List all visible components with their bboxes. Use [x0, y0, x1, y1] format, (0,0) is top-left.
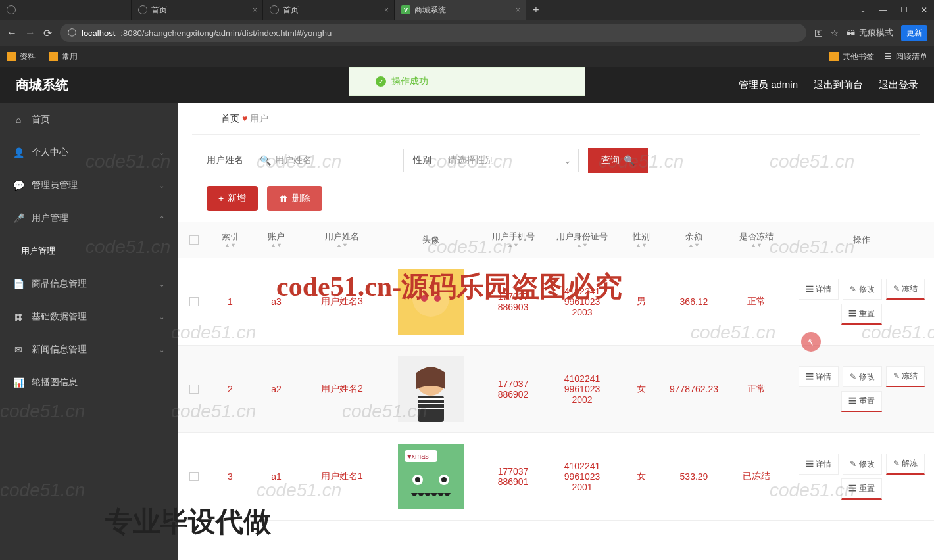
chevron-down-icon: ⌄: [159, 314, 164, 321]
close-icon[interactable]: ×: [516, 5, 520, 14]
gender-label: 性别: [413, 154, 431, 166]
other-bookmarks[interactable]: 其他书签: [829, 51, 874, 62]
watermark-bottom: 专业毕设代做: [105, 503, 271, 540]
cell-phone: 177037886903: [480, 291, 546, 312]
tab-title: 首页: [283, 5, 299, 16]
reset-button[interactable]: ☰ 重置: [841, 478, 881, 500]
sidebar: ⌂ 首页 👤 个人中心 ⌄ 💬 管理员管理 ⌄ 🎤 用户管理 ⌃ 用户管理 📄 …: [0, 103, 178, 560]
app-root: 商城系统 管理员 admin 退出到前台 退出登录 ✓ 操作成功 ⌂ 首页 👤 …: [0, 67, 934, 560]
star-icon[interactable]: ☆: [831, 28, 839, 38]
reading-list[interactable]: ☰ 阅读清单: [885, 51, 927, 62]
address-bar: ← → ⟳ ⓘ localhost:8080/shangchengxitong/…: [0, 20, 934, 46]
chat-icon: 💬: [13, 180, 24, 191]
cell-frozen: 已冻结: [724, 471, 789, 482]
table-row: 2 a2 用户姓名2 177037886902 4102241996102320…: [178, 346, 934, 433]
exit-front-button[interactable]: 退出到前台: [814, 79, 863, 91]
cell-name: 用户姓名3: [303, 296, 381, 308]
cell-ops: ☰ 详情 ✎ 修改 ✎ 冻结 ☰ 重置: [789, 366, 934, 412]
svg-point-12: [415, 477, 420, 482]
table-header: 索引▲▼ 账户▲▼ 用户姓名▲▼ 头像 用户手机号▲▼ 用户身份证号▲▼ 性别▲…: [178, 222, 934, 258]
minimize-icon[interactable]: —: [879, 5, 887, 14]
mail-icon: ✉: [13, 344, 24, 355]
logout-button[interactable]: 退出登录: [879, 79, 918, 91]
forward-button[interactable]: →: [25, 27, 36, 39]
gender-select[interactable]: 请选择性别 ⌄: [441, 149, 579, 172]
bookmark-item[interactable]: 资料: [7, 51, 36, 62]
delete-button[interactable]: 🗑 删除: [267, 186, 322, 211]
update-button[interactable]: 更新: [901, 25, 927, 41]
sidebar-item-personal[interactable]: 👤 个人中心 ⌄: [0, 136, 178, 169]
sidebar-item-user[interactable]: 🎤 用户管理 ⌃: [0, 202, 178, 235]
detail-button[interactable]: ☰ 详情: [799, 366, 839, 387]
user-icon: 👤: [13, 147, 24, 158]
cell-name: 用户姓名2: [303, 383, 381, 395]
cell-id: 410224199610232002: [546, 373, 618, 405]
close-icon[interactable]: ×: [384, 5, 389, 14]
url-input[interactable]: ⓘ localhost:8080/shangchengxitong/admin/…: [60, 24, 806, 42]
table-row: 1 a3 用户姓名3 177037886903 4102241996102320…: [178, 258, 934, 346]
reset-button[interactable]: ☰ 重置: [841, 391, 881, 412]
freeze-button[interactable]: ✎ 解冻: [886, 454, 925, 475]
cell-index: 3: [210, 471, 250, 482]
add-button[interactable]: + 新增: [207, 186, 258, 211]
globe-icon: [7, 5, 16, 14]
window-controls: ⌄ — ☐ ✕: [860, 5, 934, 14]
cell-id: 410224199610232003: [546, 286, 618, 317]
freeze-button[interactable]: ✎ 冻结: [886, 279, 925, 300]
name-input[interactable]: 🔍 用户姓名: [253, 149, 404, 172]
row-checkbox[interactable]: [189, 472, 199, 481]
browser-tab-active[interactable]: V 商城系统 ×: [395, 0, 526, 20]
svg-text:♥xmas: ♥xmas: [407, 452, 429, 460]
trash-icon: 🗑: [279, 193, 288, 204]
heart-icon: ♥: [242, 113, 250, 124]
mic-icon: 🎤: [13, 213, 24, 223]
detail-button[interactable]: ☰ 详情: [799, 279, 839, 300]
cell-avatar: [381, 356, 480, 422]
chevron-down-icon: ⌄: [159, 281, 164, 288]
maximize-icon[interactable]: ☐: [900, 5, 908, 14]
sidebar-item-product[interactable]: 📄 商品信息管理 ⌄: [0, 268, 178, 300]
row-checkbox[interactable]: [189, 385, 199, 394]
breadcrumb: 首页 ♥ 用户: [192, 103, 920, 135]
tab-title: 首页: [151, 5, 167, 16]
cell-index: 1: [210, 296, 250, 307]
chevron-down-icon: ⌄: [159, 182, 164, 189]
check-icon: ✓: [376, 76, 386, 87]
sidebar-item-home[interactable]: ⌂ 首页: [0, 103, 178, 136]
close-icon[interactable]: ×: [253, 5, 257, 14]
tab-title: 商城系统: [414, 5, 446, 16]
globe-icon: [138, 5, 147, 14]
admin-label[interactable]: 管理员 admin: [739, 79, 798, 91]
browser-tab[interactable]: 首页 ×: [132, 0, 263, 20]
chevron-down-icon[interactable]: ⌄: [860, 5, 866, 14]
sidebar-subitem-user[interactable]: 用户管理: [0, 235, 178, 268]
success-toast: ✓ 操作成功: [349, 67, 585, 96]
back-button[interactable]: ←: [7, 27, 17, 39]
sidebar-item-news[interactable]: ✉ 新闻信息管理 ⌄: [0, 333, 178, 366]
browser-tab[interactable]: [0, 0, 132, 20]
cell-balance: 533.29: [664, 471, 724, 482]
sidebar-item-carousel[interactable]: 📊 轮播图信息: [0, 366, 178, 399]
close-window-icon[interactable]: ✕: [921, 5, 927, 14]
row-checkbox[interactable]: [189, 297, 199, 306]
reset-button[interactable]: ☰ 重置: [841, 304, 881, 325]
main-content: 首页 ♥ 用户 用户姓名 🔍 用户姓名 性别 请选择性别 ⌄ 查询 🔍: [178, 103, 934, 560]
breadcrumb-home[interactable]: 首页: [221, 113, 239, 124]
select-all-checkbox[interactable]: [189, 235, 199, 245]
chevron-down-icon: ⌄: [564, 155, 572, 166]
query-button[interactable]: 查询 🔍: [588, 148, 648, 173]
incognito-indicator: 🕶 无痕模式: [847, 27, 893, 39]
browser-tab[interactable]: 首页 ×: [263, 0, 395, 20]
sidebar-item-basic[interactable]: ▦ 基础数据管理 ⌄: [0, 300, 178, 333]
reload-button[interactable]: ⟳: [43, 27, 52, 39]
bookmark-item[interactable]: 常用: [49, 51, 78, 62]
search-icon: 🔍: [260, 155, 271, 166]
edit-button[interactable]: ✎ 修改: [843, 366, 881, 387]
key-icon[interactable]: ⚿: [814, 28, 823, 38]
edit-button[interactable]: ✎ 修改: [843, 454, 881, 475]
detail-button[interactable]: ☰ 详情: [799, 454, 839, 475]
edit-button[interactable]: ✎ 修改: [843, 279, 881, 300]
freeze-button[interactable]: ✎ 冻结: [886, 366, 925, 387]
new-tab-button[interactable]: +: [526, 4, 546, 16]
sidebar-item-admin[interactable]: 💬 管理员管理 ⌄: [0, 169, 178, 202]
